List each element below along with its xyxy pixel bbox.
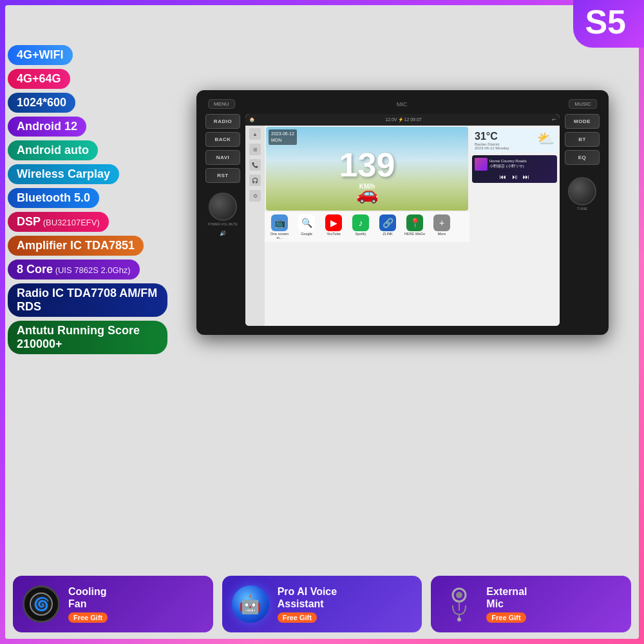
radio-body: RADIO BACK NAVI RST POWER.VOL.MUTE 🔊 🏠 1… [205, 114, 600, 326]
radio-container: MENU MIC MUSIC RADIO BACK NAVI RST POWER… [174, 45, 631, 380]
screen-content: ▲ ⊞ 📞 🎧 ⚙ 2023-06-12 MON [245, 126, 560, 326]
app-icon-5: 📍 [406, 214, 423, 231]
volume-knob[interactable] [209, 193, 237, 221]
gifts-row: 🌀 CoolingFan Free Gift 🤖 Pro AI VoiceAss… [13, 576, 631, 632]
ai-info: Pro AI VoiceAssistant Free Gift [278, 585, 337, 623]
weather-widget: 31°C Baolan District 2023-06-12 Monday ⛅ [472, 128, 557, 153]
app-label-1: Google [301, 232, 312, 236]
spec-bluetooth: Bluetooth 5.0 [8, 188, 99, 208]
spec-android: Android 12 [8, 117, 86, 137]
music-widget: Home Country Roads 小野丽莎 (小野リサ) ⏮ ⏯ ⏭ [472, 155, 557, 183]
mic-label: MIC [397, 101, 408, 108]
app-more[interactable]: +More [430, 214, 454, 240]
app-label-5: HERE WeGo [404, 232, 425, 236]
tune-knob[interactable] [568, 177, 596, 205]
music-controls: ⏮ ⏯ ⏭ [475, 173, 554, 180]
location-date: 2023-06-12 Monday [475, 146, 509, 150]
music-info: Home Country Roads 小野丽莎 (小野リサ) [475, 158, 554, 171]
nav-icon[interactable]: ▲ [249, 128, 261, 140]
music-thumbnail [475, 158, 488, 171]
spec-core: 8 Core (UIS 7862S 2.0Ghz) [8, 260, 140, 279]
app-label-2: YouTube [327, 232, 341, 236]
screen-main: 2023-06-12 MON 139 KM/h 🚗 📺One screen in… [265, 126, 469, 326]
rst-button[interactable]: RST [205, 168, 240, 183]
app-one_screen_in...[interactable]: 📺One screen in... [267, 214, 292, 240]
app-here_wego[interactable]: 📍HERE WeGo [402, 214, 427, 240]
volume-label: POWER.VOL.MUTE [208, 222, 238, 226]
app-icon-1: 🔍 [298, 214, 315, 231]
weather-icon: ⛅ [537, 131, 554, 147]
app-icon-0: 📺 [271, 214, 288, 231]
back-icon: ↩ [552, 117, 556, 122]
app-zlink[interactable]: 🔗ZLINK [375, 214, 400, 240]
app-icon-4: 🔗 [379, 214, 396, 231]
svg-point-1 [456, 592, 462, 598]
speed-display: 139 [339, 148, 395, 182]
spec-android-auto: Android auto [8, 140, 98, 160]
mode-button[interactable]: MODE [565, 114, 600, 129]
phone-icon[interactable]: 📞 [249, 159, 261, 171]
screen-statusbar: 🏠 12.0V ⚡12 09:07 ↩ [245, 114, 560, 126]
specs-column: 4G+WIFI4G+64G1024*600Android 12Android a… [8, 45, 167, 354]
date-badge: 2023-06-12 MON [269, 129, 297, 145]
gift-ai-voice: 🤖 Pro AI VoiceAssistant Free Gift [222, 576, 422, 632]
settings-icon[interactable]: ⚙ [249, 190, 261, 202]
spec-storage: 4G+64G [8, 69, 70, 89]
play-button[interactable]: ⏯ [511, 173, 518, 180]
mic-icon [439, 583, 480, 625]
music-button[interactable]: MUSIC [569, 99, 597, 109]
screen-right: 31°C Baolan District 2023-06-12 Monday ⛅ [469, 126, 560, 326]
bt-button[interactable]: BT [565, 132, 600, 147]
apps-icon[interactable]: ⊞ [249, 144, 261, 155]
next-button[interactable]: ⏭ [523, 173, 529, 180]
screen-sidebar: ▲ ⊞ 📞 🎧 ⚙ [245, 126, 265, 326]
fan-title: CoolingFan [68, 585, 108, 610]
right-buttons: MODE BT EQ TUNE [565, 114, 600, 326]
tune-label: TUNE [577, 207, 587, 211]
home-icon: 🏠 [249, 117, 255, 122]
model-text: S5 [585, 3, 626, 41]
date-text: 2023-06-12 MON [271, 131, 294, 144]
app-spotify[interactable]: ♪Spotify [348, 214, 373, 240]
fan-badge: Free Gift [68, 612, 108, 623]
svg-point-4 [457, 618, 461, 621]
mic-title: ExternalMic [486, 585, 527, 610]
prev-button[interactable]: ⏮ [500, 173, 506, 180]
eq-button[interactable]: EQ [565, 150, 600, 165]
main-screen[interactable]: 🏠 12.0V ⚡12 09:07 ↩ ▲ ⊞ 📞 🎧 ⚙ [245, 114, 560, 326]
radio-button[interactable]: RADIO [205, 114, 240, 129]
ai-title: Pro AI VoiceAssistant [278, 585, 337, 610]
spec-radio-ic: Radio IC TDA7708 AM/FM RDS [8, 283, 167, 317]
song-title: Home Country Roads [489, 159, 527, 164]
fan-icon: 🌀 [21, 583, 62, 625]
spec-resolution: 1024*600 [8, 93, 75, 113]
radio-unit: MENU MIC MUSIC RADIO BACK NAVI RST POWER… [196, 90, 609, 335]
app-youtube[interactable]: ▶YouTube [321, 214, 346, 240]
app-icon-3: ♪ [352, 214, 369, 231]
navi-button[interactable]: NAVI [205, 150, 240, 165]
app-google[interactable]: 🔍Google [294, 214, 319, 240]
status-info: 12.0V ⚡12 09:07 [385, 117, 422, 122]
app-label-4: ZLINK [383, 232, 393, 236]
ai-badge: Free Gift [278, 612, 317, 623]
app-grid: 📺One screen in...🔍Google▶YouTube♪Spotify… [265, 212, 469, 242]
car-icon: 🚗 [356, 183, 379, 204]
menu-button[interactable]: MENU [208, 99, 235, 109]
gift-cooling-fan: 🌀 CoolingFan Free Gift [13, 576, 213, 632]
song-artist: 小野丽莎 (小野リサ) [489, 164, 527, 169]
app-icon-6: + [433, 214, 450, 231]
left-buttons: RADIO BACK NAVI RST POWER.VOL.MUTE 🔊 [205, 114, 240, 326]
spec-carplay: Wireless Carplay [8, 164, 119, 184]
mic-badge: Free Gift [486, 612, 526, 623]
ai-icon: 🤖 [230, 583, 271, 625]
headphone-icon[interactable]: 🎧 [249, 175, 261, 186]
fan-info: CoolingFan Free Gift [68, 585, 108, 623]
mic-info: ExternalMic Free Gift [486, 585, 527, 623]
model-badge: S5 [573, 0, 644, 48]
app-label-3: Spotify [355, 232, 366, 236]
spec-antutu: Antutu Running Score 210000+ [8, 321, 167, 354]
gift-external-mic: ExternalMic Free Gift [431, 576, 631, 632]
volume-icon: 🔊 [205, 231, 240, 236]
back-button[interactable]: BACK [205, 132, 240, 147]
app-label-6: More [438, 232, 446, 236]
